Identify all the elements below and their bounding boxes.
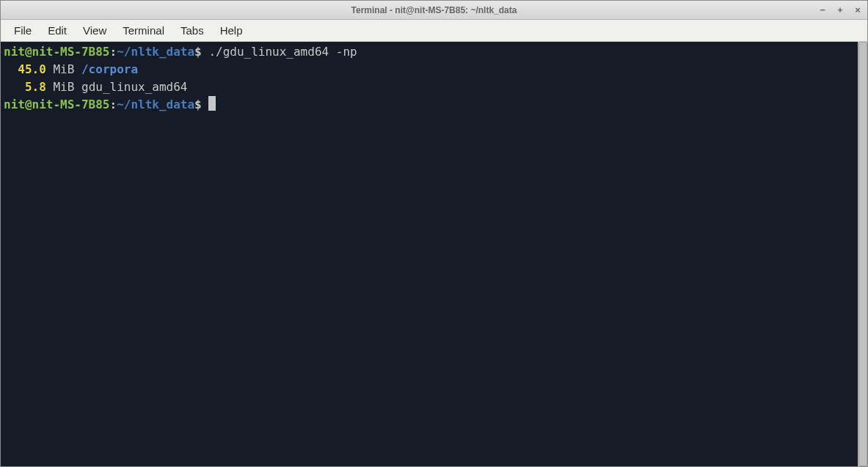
menu-help[interactable]: Help <box>213 21 250 40</box>
window-title: Terminal - nit@nit-MS-7B85: ~/nltk_data <box>351 5 517 15</box>
menu-view[interactable]: View <box>76 21 114 40</box>
output-size: 5.8 <box>25 80 46 94</box>
maximize-icon[interactable]: + <box>835 5 845 15</box>
output-size: 45.0 <box>18 62 46 76</box>
entered-command: ./gdu_linux_amd64 -np <box>208 45 357 59</box>
prompt-symbol: $ <box>194 45 202 59</box>
prompt-user-host: nit@nit-MS-7B85 <box>4 45 110 59</box>
terminal-window: Terminal - nit@nit-MS-7B85: ~/nltk_data … <box>0 0 868 467</box>
terminal-cursor <box>208 96 216 111</box>
window-controls: − + × <box>817 5 863 15</box>
prompt-separator: : <box>110 98 117 111</box>
terminal-output[interactable]: nit@nit-MS-7B85:~/nltk_data$ ./gdu_linux… <box>1 42 858 466</box>
output-file-name: gdu_linux_amd64 <box>81 80 188 94</box>
menu-terminal[interactable]: Terminal <box>115 21 172 40</box>
menu-tabs[interactable]: Tabs <box>173 21 211 40</box>
prompt-path: ~/nltk_data <box>117 45 194 59</box>
prompt-symbol: $ <box>194 98 202 111</box>
menu-file[interactable]: File <box>7 21 39 40</box>
output-dir-name: /corpora <box>81 62 138 76</box>
titlebar[interactable]: Terminal - nit@nit-MS-7B85: ~/nltk_data … <box>1 1 867 20</box>
prompt-path: ~/nltk_data <box>117 98 194 111</box>
minimize-icon[interactable]: − <box>817 5 828 15</box>
menu-edit[interactable]: Edit <box>40 21 74 40</box>
prompt-separator: : <box>110 45 117 59</box>
menubar: File Edit View Terminal Tabs Help <box>1 20 867 42</box>
close-icon[interactable]: × <box>853 5 863 15</box>
terminal-container: nit@nit-MS-7B85:~/nltk_data$ ./gdu_linux… <box>1 42 867 466</box>
output-unit: MiB <box>53 80 74 94</box>
prompt-user-host: nit@nit-MS-7B85 <box>4 98 110 111</box>
scrollbar[interactable] <box>858 42 867 466</box>
scrollbar-thumb[interactable] <box>858 42 867 466</box>
output-unit: MiB <box>53 62 74 76</box>
